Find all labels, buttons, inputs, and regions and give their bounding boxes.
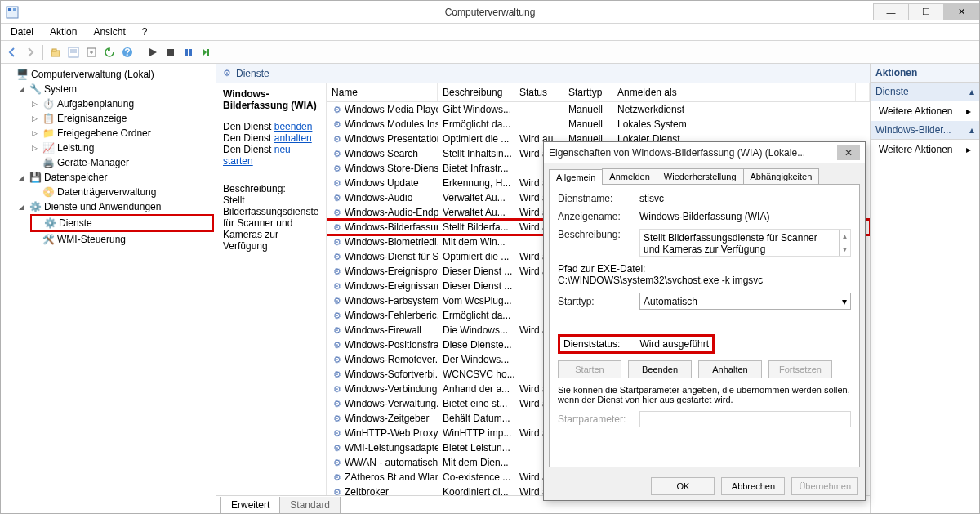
col-desc[interactable]: Beschreibung	[438, 83, 514, 101]
tree-dienste-anw[interactable]: ◢⚙️Dienste und Anwendungen	[17, 199, 214, 214]
tree-ereignis[interactable]: ▷📋Ereignisanzeige	[30, 111, 214, 126]
actions-more-1[interactable]: Weitere Aktionen▸	[871, 101, 979, 121]
up-button[interactable]	[47, 44, 64, 60]
gear-icon: ⚙	[332, 207, 343, 218]
btn-anhalten[interactable]: Anhalten	[698, 360, 762, 378]
chevron-right-icon: ▸	[966, 144, 971, 155]
export-button[interactable]	[83, 44, 100, 60]
svg-rect-4	[52, 49, 56, 51]
gear-icon: ⚙	[332, 295, 343, 306]
desc-scroll-down-icon[interactable]: ▼	[839, 243, 850, 256]
svg-rect-13	[189, 49, 192, 56]
btn-starten: Starten	[558, 360, 621, 378]
tree-datenspeicher[interactable]: ◢💾Datenspeicher	[17, 170, 214, 185]
tree-root[interactable]: 🖥️Computerverwaltung (Lokal)	[4, 67, 214, 82]
gear-icon: ⚙	[332, 133, 343, 145]
stop-service-button[interactable]	[163, 44, 179, 60]
navigation-tree[interactable]: 🖥️Computerverwaltung (Lokal) ◢🔧System ▷⏱…	[1, 64, 216, 513]
gear-icon: ⚙	[332, 118, 343, 130]
chevron-right-icon: ▸	[966, 105, 971, 117]
prop-tab-wiederherstellung[interactable]: Wiederherstellung	[657, 168, 744, 184]
service-row[interactable]: ⚙Windows Media Playe...Gibt Windows...Ma…	[327, 102, 870, 117]
col-status[interactable]: Status	[514, 83, 564, 101]
restart-service-button[interactable]	[198, 44, 215, 60]
properties-tabs: Allgemein Anmelden Wiederherstellung Abh…	[544, 163, 865, 184]
gear-icon: ⚙	[332, 251, 343, 262]
gear-icon: ⚙	[332, 486, 343, 495]
menubar: Datei Aktion Ansicht ?	[1, 24, 979, 41]
services-header: ⚙ Dienste	[216, 64, 870, 83]
gear-icon: ⚙	[332, 192, 343, 203]
gear-icon: ⚙	[332, 148, 343, 159]
tab-standard[interactable]: Standard	[279, 497, 341, 513]
service-detail-pane: Windows-Bilderfassung (WIA) Den Dienst b…	[216, 83, 327, 495]
prop-dienststatus-highlight: Dienststatus: Wird ausgeführt	[558, 334, 715, 354]
menu-file[interactable]: Datei	[4, 25, 40, 39]
tree-freig[interactable]: ▷📁Freigegebene Ordner	[30, 126, 214, 141]
prop-tab-anmelden[interactable]: Anmelden	[602, 168, 657, 184]
prop-anzeigename: Windows-Bilderfassung (WIA)	[639, 211, 851, 222]
col-logon[interactable]: Anmelden als	[612, 83, 856, 101]
actions-section-dienste[interactable]: Dienste ▴	[871, 83, 979, 101]
gear-icon: ⚙	[332, 457, 343, 468]
link-pause-service[interactable]: anhalten	[274, 132, 312, 144]
chevron-down-icon: ▾	[842, 296, 847, 307]
window-title: Computerverwaltung	[1, 7, 979, 18]
nav-back-button[interactable]	[4, 44, 20, 60]
btn-apply: Übernehmen	[791, 477, 858, 495]
prop-startparam-input	[639, 411, 851, 427]
gear-icon: ⚙	[332, 177, 343, 189]
gear-icon: ⚙	[332, 221, 343, 233]
pause-service-button[interactable]	[180, 44, 197, 60]
properties-button[interactable]	[65, 44, 82, 60]
collapse-icon: ▴	[969, 86, 974, 97]
tab-erweitert[interactable]: Erweitert	[220, 497, 280, 513]
properties-dialog: Eigenschaften von Windows-Bilderfassung …	[543, 141, 866, 501]
prop-pfad: C:\WINDOWS\system32\svchost.exe -k imgsv…	[558, 275, 851, 286]
nav-fwd-button[interactable]	[22, 44, 38, 60]
properties-close-button[interactable]: ✕	[837, 145, 860, 160]
collapse-icon: ▴	[969, 124, 974, 136]
menu-help[interactable]: ?	[136, 25, 154, 39]
prop-tab-abhaengigkeiten[interactable]: Abhängigkeiten	[743, 168, 820, 184]
col-name[interactable]: Name	[327, 83, 438, 101]
actions-section-wia[interactable]: Windows-Bilder... ▴	[871, 121, 979, 140]
tree-aufgaben[interactable]: ▷⏱️Aufgabenplanung	[30, 96, 214, 111]
gear-icon: ⚙	[332, 266, 343, 277]
prop-starttyp-select[interactable]: Automatisch ▾	[639, 293, 851, 310]
prop-tab-allgemein[interactable]: Allgemein	[549, 169, 603, 185]
tree-wmi[interactable]: 🛠️WMI-Steuerung	[30, 232, 214, 247]
btn-cancel[interactable]: Abbrechen	[721, 477, 785, 495]
help-button[interactable]: ?	[119, 44, 136, 60]
gear-icon: ⚙	[332, 354, 343, 365]
start-service-button[interactable]	[145, 44, 161, 60]
gear-icon: ⚙	[332, 442, 343, 454]
gear-icon: ⚙	[332, 383, 343, 395]
service-columns[interactable]: Name Beschreibung Status Starttyp Anmeld…	[327, 83, 870, 102]
actions-header: Aktionen	[871, 64, 979, 83]
properties-titlebar[interactable]: Eigenschaften von Windows-Bilderfassung …	[544, 142, 865, 163]
gear-icon: ⚙	[332, 472, 343, 483]
svg-rect-14	[207, 49, 209, 56]
tree-datentr[interactable]: 📀Datenträgerverwaltung	[30, 185, 214, 199]
desc-scroll-up-icon[interactable]: ▲	[839, 230, 850, 243]
gear-icon: ⚙	[332, 369, 343, 380]
btn-ok[interactable]: OK	[651, 477, 715, 495]
tree-system[interactable]: ◢🔧System	[17, 82, 214, 96]
refresh-button[interactable]	[101, 44, 118, 60]
btn-beenden[interactable]: Beenden	[628, 360, 692, 378]
menu-view[interactable]: Ansicht	[87, 25, 131, 39]
menu-action[interactable]: Aktion	[43, 25, 83, 39]
col-startup[interactable]: Starttyp	[564, 83, 612, 101]
tree-dienste[interactable]: ⚙️Dienste	[30, 214, 214, 232]
gear-icon: ⚙	[332, 324, 343, 336]
svg-rect-12	[185, 49, 188, 56]
gear-icon: ⚙	[332, 236, 343, 248]
tree-leistung[interactable]: ▷📈Leistung	[30, 141, 214, 155]
svg-rect-11	[167, 49, 174, 56]
actions-more-2[interactable]: Weitere Aktionen▸	[871, 140, 979, 159]
prop-dienststatus: Wird ausgeführt	[639, 338, 709, 350]
service-row[interactable]: ⚙Windows Modules Ins...Ermöglicht da...M…	[327, 117, 870, 132]
tree-geraete[interactable]: 🖨️Geräte-Manager	[30, 155, 214, 170]
link-stop-service[interactable]: beenden	[274, 121, 313, 132]
